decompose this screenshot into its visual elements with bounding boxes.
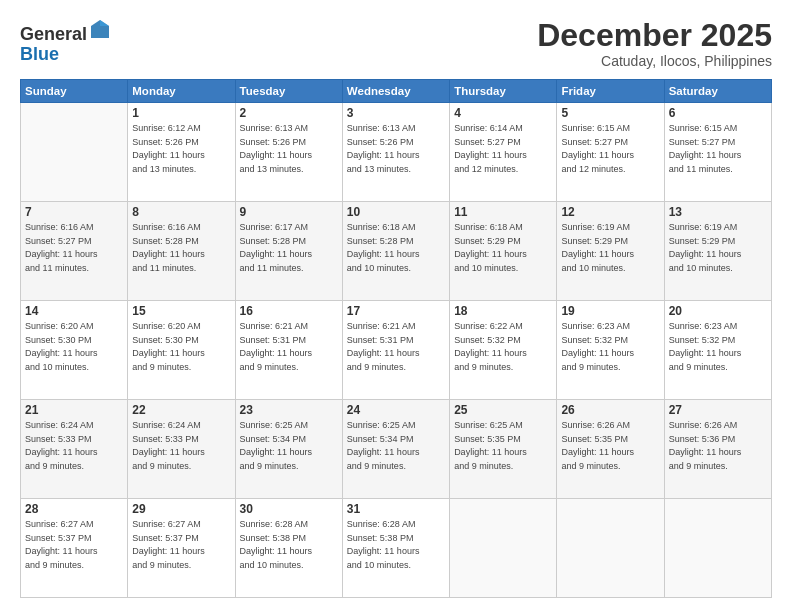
day-number: 29: [132, 502, 230, 516]
day-number: 15: [132, 304, 230, 318]
day-info: Sunrise: 6:26 AM Sunset: 5:35 PM Dayligh…: [561, 419, 659, 473]
calendar-day-cell: 12Sunrise: 6:19 AM Sunset: 5:29 PM Dayli…: [557, 202, 664, 301]
day-info: Sunrise: 6:12 AM Sunset: 5:26 PM Dayligh…: [132, 122, 230, 176]
day-number: 16: [240, 304, 338, 318]
day-number: 23: [240, 403, 338, 417]
day-info: Sunrise: 6:25 AM Sunset: 5:34 PM Dayligh…: [347, 419, 445, 473]
day-info: Sunrise: 6:18 AM Sunset: 5:28 PM Dayligh…: [347, 221, 445, 275]
day-info: Sunrise: 6:23 AM Sunset: 5:32 PM Dayligh…: [561, 320, 659, 374]
day-number: 9: [240, 205, 338, 219]
calendar-day-cell: 29Sunrise: 6:27 AM Sunset: 5:37 PM Dayli…: [128, 499, 235, 598]
day-number: 8: [132, 205, 230, 219]
logo-icon: [89, 18, 111, 40]
day-number: 19: [561, 304, 659, 318]
day-info: Sunrise: 6:28 AM Sunset: 5:38 PM Dayligh…: [240, 518, 338, 572]
calendar-week-row: 1Sunrise: 6:12 AM Sunset: 5:26 PM Daylig…: [21, 103, 772, 202]
day-number: 17: [347, 304, 445, 318]
calendar-table: SundayMondayTuesdayWednesdayThursdayFrid…: [20, 79, 772, 598]
calendar-day-cell: 5Sunrise: 6:15 AM Sunset: 5:27 PM Daylig…: [557, 103, 664, 202]
day-number: 24: [347, 403, 445, 417]
day-number: 11: [454, 205, 552, 219]
day-info: Sunrise: 6:19 AM Sunset: 5:29 PM Dayligh…: [561, 221, 659, 275]
day-number: 5: [561, 106, 659, 120]
calendar-day-cell: 22Sunrise: 6:24 AM Sunset: 5:33 PM Dayli…: [128, 400, 235, 499]
calendar-day-cell: 20Sunrise: 6:23 AM Sunset: 5:32 PM Dayli…: [664, 301, 771, 400]
calendar-day-cell: 4Sunrise: 6:14 AM Sunset: 5:27 PM Daylig…: [450, 103, 557, 202]
logo: General Blue: [20, 18, 111, 65]
calendar-day-cell: 15Sunrise: 6:20 AM Sunset: 5:30 PM Dayli…: [128, 301, 235, 400]
calendar-day-cell: 2Sunrise: 6:13 AM Sunset: 5:26 PM Daylig…: [235, 103, 342, 202]
day-info: Sunrise: 6:15 AM Sunset: 5:27 PM Dayligh…: [669, 122, 767, 176]
day-number: 13: [669, 205, 767, 219]
calendar-day-cell: 23Sunrise: 6:25 AM Sunset: 5:34 PM Dayli…: [235, 400, 342, 499]
day-number: 1: [132, 106, 230, 120]
location: Catuday, Ilocos, Philippines: [537, 53, 772, 69]
day-number: 18: [454, 304, 552, 318]
day-number: 6: [669, 106, 767, 120]
day-number: 30: [240, 502, 338, 516]
logo-general-text: General: [20, 24, 87, 44]
month-title: December 2025: [537, 18, 772, 53]
day-number: 20: [669, 304, 767, 318]
day-info: Sunrise: 6:19 AM Sunset: 5:29 PM Dayligh…: [669, 221, 767, 275]
day-info: Sunrise: 6:13 AM Sunset: 5:26 PM Dayligh…: [347, 122, 445, 176]
day-of-week-header: Thursday: [450, 80, 557, 103]
day-info: Sunrise: 6:21 AM Sunset: 5:31 PM Dayligh…: [347, 320, 445, 374]
calendar-day-cell: 9Sunrise: 6:17 AM Sunset: 5:28 PM Daylig…: [235, 202, 342, 301]
day-number: 25: [454, 403, 552, 417]
day-info: Sunrise: 6:25 AM Sunset: 5:34 PM Dayligh…: [240, 419, 338, 473]
calendar-day-cell: 11Sunrise: 6:18 AM Sunset: 5:29 PM Dayli…: [450, 202, 557, 301]
header: General Blue December 2025 Catuday, Iloc…: [20, 18, 772, 69]
day-info: Sunrise: 6:23 AM Sunset: 5:32 PM Dayligh…: [669, 320, 767, 374]
day-info: Sunrise: 6:24 AM Sunset: 5:33 PM Dayligh…: [132, 419, 230, 473]
logo-blue-text: Blue: [20, 44, 59, 64]
calendar-day-cell: 26Sunrise: 6:26 AM Sunset: 5:35 PM Dayli…: [557, 400, 664, 499]
calendar-week-row: 21Sunrise: 6:24 AM Sunset: 5:33 PM Dayli…: [21, 400, 772, 499]
calendar-day-cell: 3Sunrise: 6:13 AM Sunset: 5:26 PM Daylig…: [342, 103, 449, 202]
calendar-day-cell: 25Sunrise: 6:25 AM Sunset: 5:35 PM Dayli…: [450, 400, 557, 499]
day-of-week-header: Sunday: [21, 80, 128, 103]
day-number: 12: [561, 205, 659, 219]
day-info: Sunrise: 6:27 AM Sunset: 5:37 PM Dayligh…: [25, 518, 123, 572]
day-info: Sunrise: 6:16 AM Sunset: 5:28 PM Dayligh…: [132, 221, 230, 275]
day-number: 21: [25, 403, 123, 417]
day-info: Sunrise: 6:25 AM Sunset: 5:35 PM Dayligh…: [454, 419, 552, 473]
calendar-day-cell: 30Sunrise: 6:28 AM Sunset: 5:38 PM Dayli…: [235, 499, 342, 598]
calendar-day-cell: 17Sunrise: 6:21 AM Sunset: 5:31 PM Dayli…: [342, 301, 449, 400]
calendar-day-cell: 13Sunrise: 6:19 AM Sunset: 5:29 PM Dayli…: [664, 202, 771, 301]
day-info: Sunrise: 6:14 AM Sunset: 5:27 PM Dayligh…: [454, 122, 552, 176]
day-of-week-header: Wednesday: [342, 80, 449, 103]
title-block: December 2025 Catuday, Ilocos, Philippin…: [537, 18, 772, 69]
day-info: Sunrise: 6:27 AM Sunset: 5:37 PM Dayligh…: [132, 518, 230, 572]
calendar-day-cell: 21Sunrise: 6:24 AM Sunset: 5:33 PM Dayli…: [21, 400, 128, 499]
calendar-day-cell: [450, 499, 557, 598]
day-of-week-header: Monday: [128, 80, 235, 103]
page: General Blue December 2025 Catuday, Iloc…: [0, 0, 792, 612]
calendar-day-cell: 6Sunrise: 6:15 AM Sunset: 5:27 PM Daylig…: [664, 103, 771, 202]
calendar-day-cell: 14Sunrise: 6:20 AM Sunset: 5:30 PM Dayli…: [21, 301, 128, 400]
calendar-day-cell: 31Sunrise: 6:28 AM Sunset: 5:38 PM Dayli…: [342, 499, 449, 598]
day-info: Sunrise: 6:16 AM Sunset: 5:27 PM Dayligh…: [25, 221, 123, 275]
day-info: Sunrise: 6:20 AM Sunset: 5:30 PM Dayligh…: [132, 320, 230, 374]
calendar-week-row: 7Sunrise: 6:16 AM Sunset: 5:27 PM Daylig…: [21, 202, 772, 301]
day-info: Sunrise: 6:21 AM Sunset: 5:31 PM Dayligh…: [240, 320, 338, 374]
day-of-week-header: Tuesday: [235, 80, 342, 103]
calendar-day-cell: 24Sunrise: 6:25 AM Sunset: 5:34 PM Dayli…: [342, 400, 449, 499]
day-number: 26: [561, 403, 659, 417]
day-number: 7: [25, 205, 123, 219]
calendar-day-cell: [664, 499, 771, 598]
calendar-day-cell: [21, 103, 128, 202]
day-number: 3: [347, 106, 445, 120]
svg-marker-1: [100, 20, 109, 26]
calendar-day-cell: 10Sunrise: 6:18 AM Sunset: 5:28 PM Dayli…: [342, 202, 449, 301]
day-of-week-header: Saturday: [664, 80, 771, 103]
day-number: 4: [454, 106, 552, 120]
day-number: 31: [347, 502, 445, 516]
calendar-day-cell: [557, 499, 664, 598]
day-info: Sunrise: 6:13 AM Sunset: 5:26 PM Dayligh…: [240, 122, 338, 176]
day-info: Sunrise: 6:17 AM Sunset: 5:28 PM Dayligh…: [240, 221, 338, 275]
calendar-header-row: SundayMondayTuesdayWednesdayThursdayFrid…: [21, 80, 772, 103]
calendar-day-cell: 1Sunrise: 6:12 AM Sunset: 5:26 PM Daylig…: [128, 103, 235, 202]
day-number: 14: [25, 304, 123, 318]
day-info: Sunrise: 6:18 AM Sunset: 5:29 PM Dayligh…: [454, 221, 552, 275]
